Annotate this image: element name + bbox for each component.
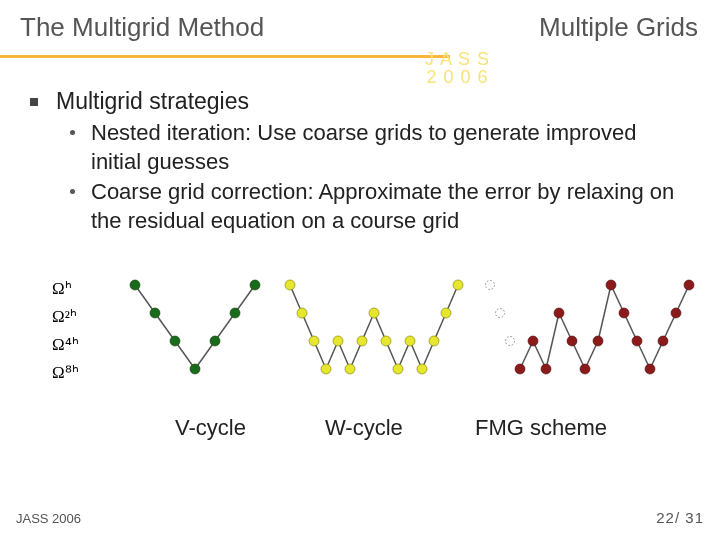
svg-point-32 <box>345 364 355 374</box>
svg-point-31 <box>333 336 343 346</box>
svg-point-27 <box>285 280 295 290</box>
w-cycle-diagram <box>280 275 480 395</box>
page-number: 22/ 31 <box>656 509 704 526</box>
svg-point-43 <box>496 309 505 318</box>
watermark-text: J A S S 2 0 0 6 <box>425 50 490 86</box>
svg-point-11 <box>230 308 240 318</box>
svg-point-7 <box>150 308 160 318</box>
slide-title-left: The Multigrid Method <box>20 12 264 43</box>
svg-point-41 <box>453 280 463 290</box>
svg-point-12 <box>250 280 260 290</box>
svg-point-38 <box>417 364 427 374</box>
caption-v-cycle: V-cycle <box>175 415 246 441</box>
svg-point-71 <box>684 280 694 290</box>
body: Multigrid strategies Nested iteration: U… <box>30 88 690 235</box>
svg-point-60 <box>541 364 551 374</box>
svg-point-30 <box>321 364 331 374</box>
square-bullet-icon <box>30 98 38 106</box>
svg-point-69 <box>658 336 668 346</box>
svg-point-62 <box>567 336 577 346</box>
svg-point-67 <box>632 336 642 346</box>
svg-point-42 <box>486 281 495 290</box>
svg-point-70 <box>671 308 681 318</box>
svg-point-61 <box>554 308 564 318</box>
grid-label: Ω²ʰ <box>52 303 79 331</box>
svg-point-10 <box>210 336 220 346</box>
svg-line-51 <box>598 285 611 341</box>
bullet-level-2: Nested iteration: Use coarse grids to ge… <box>70 119 690 176</box>
grid-label: Ωʰ <box>52 275 79 303</box>
svg-point-9 <box>190 364 200 374</box>
svg-point-40 <box>441 308 451 318</box>
svg-point-37 <box>405 336 415 346</box>
title-rule <box>0 55 450 58</box>
svg-point-36 <box>393 364 403 374</box>
grid-level-labels: Ωʰ Ω²ʰ Ω⁴ʰ Ω⁸ʰ <box>52 275 79 387</box>
v-cycle-diagram <box>120 275 280 395</box>
svg-point-28 <box>297 308 307 318</box>
svg-point-59 <box>528 336 538 346</box>
grid-label: Ω⁴ʰ <box>52 331 79 359</box>
slide-title-right: Multiple Grids <box>539 12 698 43</box>
page-total: 31 <box>685 509 704 526</box>
dot-bullet-icon <box>70 130 75 135</box>
svg-point-8 <box>170 336 180 346</box>
footer-conference: JASS 2006 <box>16 511 81 526</box>
fmg-scheme-diagram <box>480 275 700 395</box>
svg-point-35 <box>381 336 391 346</box>
svg-point-65 <box>606 280 616 290</box>
svg-point-66 <box>619 308 629 318</box>
svg-point-58 <box>515 364 525 374</box>
caption-fmg-scheme: FMG scheme <box>475 415 607 441</box>
bullet-sub-text: Coarse grid correction: Approximate the … <box>91 178 690 235</box>
header: The Multigrid Method Multiple Grids J A … <box>0 0 720 70</box>
svg-point-63 <box>580 364 590 374</box>
svg-point-33 <box>357 336 367 346</box>
grid-label: Ω⁸ʰ <box>52 359 79 387</box>
page-current: 22 <box>656 509 675 526</box>
bullet-main-text: Multigrid strategies <box>56 88 249 115</box>
bullet-level-2: Coarse grid correction: Approximate the … <box>70 178 690 235</box>
svg-point-29 <box>309 336 319 346</box>
svg-point-34 <box>369 308 379 318</box>
svg-point-6 <box>130 280 140 290</box>
slide: The Multigrid Method Multiple Grids J A … <box>0 0 720 540</box>
svg-point-39 <box>429 336 439 346</box>
bullet-sub-text: Nested iteration: Use coarse grids to ge… <box>91 119 690 176</box>
caption-w-cycle: W-cycle <box>325 415 403 441</box>
svg-point-44 <box>506 337 515 346</box>
page-sep: / <box>675 509 680 526</box>
svg-point-68 <box>645 364 655 374</box>
svg-line-47 <box>546 313 559 369</box>
bullet-level-1: Multigrid strategies <box>30 88 690 115</box>
svg-point-64 <box>593 336 603 346</box>
dot-bullet-icon <box>70 189 75 194</box>
footer: JASS 2006 22/ 31 <box>16 511 704 526</box>
